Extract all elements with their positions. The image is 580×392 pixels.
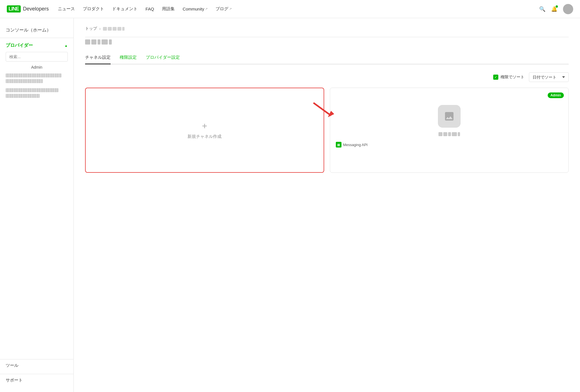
page-title — [85, 39, 569, 45]
image-icon — [444, 111, 455, 122]
main-content: トップ › チャネル設定 権限設定 プロバ — [74, 18, 580, 392]
layout: コンソール（ホーム） プロバイダー ▲ Admin ツール サポート ト — [0, 18, 580, 392]
sidebar: コンソール（ホーム） プロバイダー ▲ Admin ツール サポート — [0, 18, 74, 392]
channel-icon — [438, 105, 461, 128]
admin-badge: Admin — [548, 92, 564, 98]
nav-products[interactable]: プロダクト — [83, 6, 104, 12]
filter-bar: ✓ 権限でソート 日付でソート 名前でソート 種類でソート — [85, 72, 569, 82]
sort-permission-label: 権限でソート — [501, 75, 524, 80]
sidebar-provider-section: プロバイダー ▲ Admin — [0, 38, 73, 101]
breadcrumb-separator: › — [99, 26, 101, 31]
sort-date-select[interactable]: 日付でソート 名前でソート 種類でソート — [529, 72, 569, 82]
messaging-api-label: Messaging API — [343, 143, 368, 147]
breadcrumb-divider — [85, 37, 569, 37]
logo[interactable]: LINE Developers — [7, 5, 49, 12]
channel-card[interactable]: Admin ▤ — [330, 88, 569, 173]
sidebar-item-blurred-2[interactable] — [6, 87, 68, 99]
header: LINE Developers ニュース プロダクト ドキュメント FAQ 用語… — [0, 0, 580, 18]
tab-permissions[interactable]: 権限設定 — [120, 51, 137, 64]
checkbox-icon: ✓ — [493, 75, 498, 80]
nav-faq[interactable]: FAQ — [145, 7, 154, 11]
admin-label: Admin — [6, 65, 68, 69]
external-link-icon: ↗ — [205, 7, 208, 11]
blurred-row — [6, 73, 62, 77]
chevron-up-icon: ▲ — [64, 44, 68, 48]
sidebar-tools[interactable]: ツール — [0, 359, 73, 372]
main-nav: ニュース プロダクト ドキュメント FAQ 用語集 Community ↗ ブロ… — [58, 6, 539, 12]
cards-grid: + 新規チャネル作成 Admin — [85, 88, 569, 173]
nav-community[interactable]: Community ↗ — [183, 7, 208, 11]
nav-blog[interactable]: ブログ ↗ — [216, 6, 232, 12]
plus-icon: + — [202, 121, 207, 130]
sidebar-provider-label[interactable]: プロバイダー — [6, 43, 33, 49]
breadcrumb: トップ › — [85, 26, 569, 31]
blurred-row — [6, 94, 40, 98]
notification-button[interactable]: 🔔 — [551, 6, 557, 12]
search-button[interactable]: 🔍 — [539, 6, 545, 12]
blurred-row — [6, 88, 58, 92]
sort-by-permission[interactable]: ✓ 権限でソート — [493, 75, 524, 80]
nav-glossary[interactable]: 用語集 — [162, 6, 175, 12]
logo-developers: Developers — [23, 6, 49, 12]
svg-marker-1 — [328, 111, 334, 117]
sidebar-spacer — [0, 101, 73, 357]
breadcrumb-top[interactable]: トップ — [85, 26, 97, 31]
header-actions: 🔍 🔔 — [539, 4, 573, 14]
tab-provider-settings[interactable]: プロバイダー設定 — [146, 51, 180, 64]
new-channel-label: 新規チャネル作成 — [187, 134, 222, 139]
sidebar-item-blurred-1[interactable] — [6, 72, 68, 84]
tabs: チャネル設定 権限設定 プロバイダー設定 — [85, 51, 569, 64]
channel-name-blurred — [336, 132, 563, 136]
sidebar-support[interactable]: サポート — [0, 374, 73, 386]
messaging-api-icon: ▤ — [336, 142, 341, 147]
new-channel-card[interactable]: + 新規チャネル作成 — [85, 88, 324, 173]
nav-docs[interactable]: ドキュメント — [112, 6, 138, 12]
breadcrumb-current — [103, 27, 125, 31]
nav-news[interactable]: ニュース — [58, 6, 75, 12]
notification-dot — [556, 5, 558, 8]
tab-channel-settings[interactable]: チャネル設定 — [85, 51, 111, 64]
avatar[interactable] — [563, 4, 573, 14]
external-link-icon-blog: ↗ — [229, 7, 232, 11]
cards-container: + 新規チャネル作成 Admin — [85, 88, 569, 173]
blurred-row — [6, 79, 43, 83]
logo-line: LINE — [7, 5, 21, 12]
page-title-section — [85, 39, 569, 45]
sidebar-console-home[interactable]: コンソール（ホーム） — [0, 24, 73, 38]
search-input[interactable] — [6, 52, 68, 62]
sidebar-provider-header: プロバイダー ▲ — [6, 43, 68, 49]
channel-type: ▤ Messaging API — [336, 142, 563, 147]
